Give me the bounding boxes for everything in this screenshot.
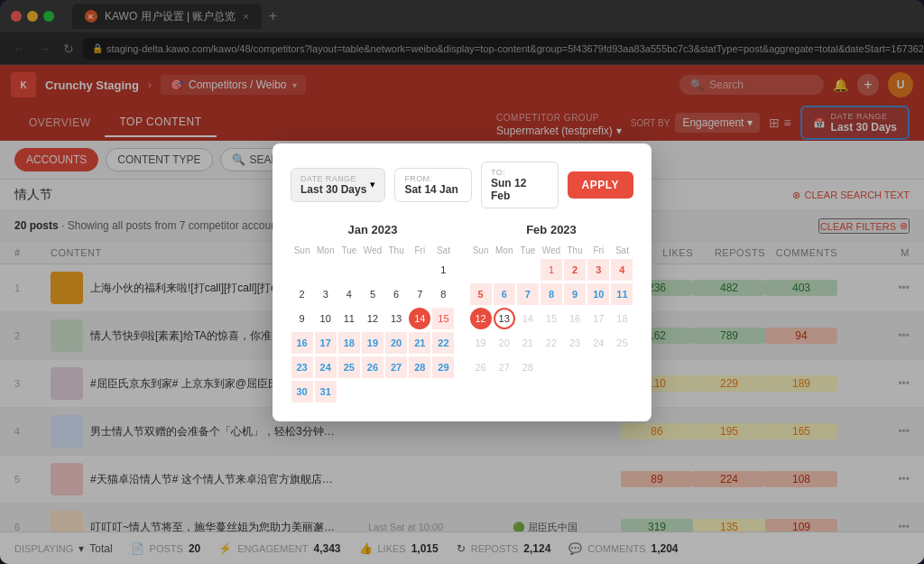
day-label-wed: Wed [361, 244, 383, 257]
day-label-fri: Fri [587, 244, 610, 257]
empty-day [315, 259, 337, 281]
jan-day-10[interactable]: 10 [315, 308, 337, 329]
feb-day-23[interactable]: 23 [564, 332, 586, 354]
to-date-field[interactable]: TO: Sun 12 Feb [481, 162, 559, 208]
jan-day-20[interactable]: 20 [385, 332, 407, 354]
feb-day-26[interactable]: 26 [470, 356, 492, 378]
jan-day-18[interactable]: 18 [338, 332, 360, 354]
jan-day-12[interactable]: 12 [362, 308, 383, 329]
jan-day-31[interactable]: 31 [315, 381, 337, 402]
january-day-labels: Sun Mon Tue Wed Thu Fri Sat [291, 244, 455, 403]
day-label-wed: Wed [540, 244, 562, 257]
feb-day-19[interactable]: 19 [470, 332, 492, 354]
day-label-sun: Sun [291, 244, 313, 257]
apply-button[interactable]: APPLY [568, 171, 633, 199]
feb-day-15[interactable]: 15 [541, 308, 562, 329]
feb-day-24[interactable]: 24 [587, 332, 609, 354]
february-calendar: Feb 2023 Sun Mon Tue Wed Thu Fri Sat 1 [469, 223, 633, 403]
jan-day-19[interactable]: 19 [362, 332, 383, 354]
jan-day-27[interactable]: 27 [385, 356, 407, 378]
jan-day-5[interactable]: 5 [362, 283, 383, 305]
feb-day-4[interactable]: 4 [611, 259, 633, 281]
jan-day-16[interactable]: 16 [291, 332, 313, 354]
feb-day-10[interactable]: 10 [587, 283, 609, 305]
jan-day-24[interactable]: 24 [315, 356, 337, 378]
empty-day [494, 259, 515, 281]
jan-day-23[interactable]: 23 [291, 356, 313, 378]
feb-day-13[interactable]: 13 [494, 308, 515, 329]
feb-day-22[interactable]: 22 [541, 332, 562, 354]
jan-day-6[interactable]: 6 [385, 283, 407, 305]
feb-day-9[interactable]: 9 [564, 283, 586, 305]
jan-day-30[interactable]: 30 [291, 381, 313, 402]
jan-day-22[interactable]: 22 [432, 332, 454, 354]
day-label-thu: Thu [564, 244, 587, 257]
day-label-tue: Tue [516, 244, 539, 257]
february-day-labels: Sun Mon Tue Wed Thu Fri Sat 1 2 3 [469, 244, 633, 379]
date-range-preset-value: Last 30 Days [300, 183, 366, 196]
jan-day-11[interactable]: 11 [338, 308, 360, 329]
dual-calendar: Jan 2023 Sun Mon Tue Wed Thu Fri Sat [291, 223, 633, 403]
day-label-mon: Mon [493, 244, 515, 257]
empty-day [338, 259, 360, 281]
feb-day-7[interactable]: 7 [517, 283, 539, 305]
feb-day-17[interactable]: 17 [587, 308, 609, 329]
jan-day-4[interactable]: 4 [338, 283, 360, 305]
day-label-mon: Mon [314, 244, 337, 257]
feb-day-14[interactable]: 14 [517, 308, 539, 329]
january-month-header: Jan 2023 [291, 223, 455, 236]
jan-day-1[interactable]: 1 [432, 259, 454, 281]
from-value: Sat 14 Jan [404, 183, 457, 196]
jan-day-13[interactable]: 13 [385, 308, 407, 329]
jan-day-21[interactable]: 21 [409, 332, 430, 354]
jan-day-9[interactable]: 9 [291, 308, 313, 329]
feb-day-6[interactable]: 6 [494, 283, 515, 305]
feb-day-8[interactable]: 8 [541, 283, 562, 305]
jan-day-25[interactable]: 25 [338, 356, 360, 378]
day-label-sat: Sat [432, 244, 455, 257]
calendar-modal-header: DATE RANGE Last 30 Days ▾ FROM: Sat 14 J… [291, 162, 633, 208]
date-range-preset-chevron: ▾ [370, 179, 375, 190]
jan-day-3[interactable]: 3 [315, 283, 337, 305]
february-month-header: Feb 2023 [469, 223, 633, 236]
feb-day-5[interactable]: 5 [470, 283, 492, 305]
empty-day [362, 259, 383, 281]
date-range-preset-label: DATE RANGE [300, 174, 366, 183]
feb-day-2[interactable]: 2 [564, 259, 586, 281]
feb-day-28[interactable]: 28 [517, 356, 539, 378]
jan-day-7[interactable]: 7 [409, 283, 430, 305]
empty-day [385, 259, 407, 281]
feb-day-3[interactable]: 3 [587, 259, 609, 281]
from-date-field[interactable]: FROM: Sat 14 Jan [394, 168, 472, 202]
feb-day-16[interactable]: 16 [564, 308, 586, 329]
feb-day-11[interactable]: 11 [611, 283, 633, 305]
feb-day-21[interactable]: 21 [517, 332, 539, 354]
jan-day-17[interactable]: 17 [315, 332, 337, 354]
day-label-tue: Tue [337, 244, 360, 257]
date-range-preset-selector[interactable]: DATE RANGE Last 30 Days ▾ [291, 168, 385, 202]
jan-day-14[interactable]: 14 [409, 308, 430, 329]
calendar-modal: DATE RANGE Last 30 Days ▾ FROM: Sat 14 J… [273, 143, 651, 421]
feb-day-12[interactable]: 12 [470, 308, 492, 329]
empty-day [517, 259, 539, 281]
jan-day-28[interactable]: 28 [409, 356, 430, 378]
empty-day [409, 259, 430, 281]
browser-frame: K KAWO 用户设置 | 账户总览 × + ← → ↻ 🔒 staging-d… [0, 0, 924, 564]
feb-day-25[interactable]: 25 [611, 332, 633, 354]
feb-day-27[interactable]: 27 [494, 356, 515, 378]
feb-day-1[interactable]: 1 [541, 259, 562, 281]
calendar-modal-overlay[interactable]: DATE RANGE Last 30 Days ▾ FROM: Sat 14 J… [0, 0, 924, 564]
jan-day-29[interactable]: 29 [432, 356, 454, 378]
jan-day-2[interactable]: 2 [291, 283, 313, 305]
feb-day-18[interactable]: 18 [611, 308, 633, 329]
day-label-thu: Thu [385, 244, 408, 257]
to-label: TO: [491, 168, 549, 177]
jan-day-15[interactable]: 15 [432, 308, 454, 329]
feb-day-20[interactable]: 20 [494, 332, 515, 354]
january-calendar: Jan 2023 Sun Mon Tue Wed Thu Fri Sat [291, 223, 455, 403]
jan-day-26[interactable]: 26 [362, 356, 383, 378]
jan-day-8[interactable]: 8 [432, 283, 454, 305]
empty-day [470, 259, 492, 281]
empty-day [291, 259, 313, 281]
from-label: FROM: [404, 174, 462, 183]
